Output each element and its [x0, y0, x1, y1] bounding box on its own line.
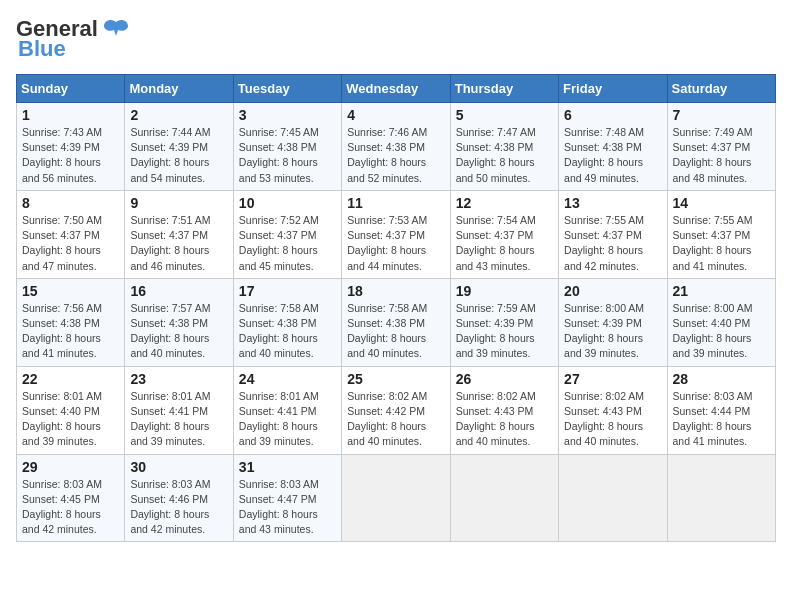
calendar-cell: 22 Sunrise: 8:01 AM Sunset: 4:40 PM Dayl… — [17, 366, 125, 454]
day-number: 3 — [239, 107, 336, 123]
calendar-cell: 15 Sunrise: 7:56 AM Sunset: 4:38 PM Dayl… — [17, 278, 125, 366]
calendar-cell: 2 Sunrise: 7:44 AM Sunset: 4:39 PM Dayli… — [125, 103, 233, 191]
calendar-cell: 17 Sunrise: 7:58 AM Sunset: 4:38 PM Dayl… — [233, 278, 341, 366]
calendar-cell: 23 Sunrise: 8:01 AM Sunset: 4:41 PM Dayl… — [125, 366, 233, 454]
day-number: 7 — [673, 107, 770, 123]
calendar-cell: 27 Sunrise: 8:02 AM Sunset: 4:43 PM Dayl… — [559, 366, 667, 454]
column-header-saturday: Saturday — [667, 75, 775, 103]
day-number: 18 — [347, 283, 444, 299]
day-number: 30 — [130, 459, 227, 475]
calendar-cell: 9 Sunrise: 7:51 AM Sunset: 4:37 PM Dayli… — [125, 190, 233, 278]
calendar-cell: 29 Sunrise: 8:03 AM Sunset: 4:45 PM Dayl… — [17, 454, 125, 542]
day-number: 26 — [456, 371, 553, 387]
day-number: 13 — [564, 195, 661, 211]
day-number: 23 — [130, 371, 227, 387]
calendar-cell: 20 Sunrise: 8:00 AM Sunset: 4:39 PM Dayl… — [559, 278, 667, 366]
day-number: 2 — [130, 107, 227, 123]
day-info: Sunrise: 7:50 AM Sunset: 4:37 PM Dayligh… — [22, 213, 119, 274]
day-info: Sunrise: 7:58 AM Sunset: 4:38 PM Dayligh… — [347, 301, 444, 362]
day-info: Sunrise: 8:03 AM Sunset: 4:46 PM Dayligh… — [130, 477, 227, 538]
calendar-cell: 1 Sunrise: 7:43 AM Sunset: 4:39 PM Dayli… — [17, 103, 125, 191]
day-number: 15 — [22, 283, 119, 299]
day-number: 29 — [22, 459, 119, 475]
day-number: 11 — [347, 195, 444, 211]
calendar-cell — [342, 454, 450, 542]
day-info: Sunrise: 8:02 AM Sunset: 4:43 PM Dayligh… — [564, 389, 661, 450]
day-number: 10 — [239, 195, 336, 211]
day-number: 14 — [673, 195, 770, 211]
day-number: 9 — [130, 195, 227, 211]
calendar-table: SundayMondayTuesdayWednesdayThursdayFrid… — [16, 74, 776, 542]
column-header-monday: Monday — [125, 75, 233, 103]
calendar-cell: 18 Sunrise: 7:58 AM Sunset: 4:38 PM Dayl… — [342, 278, 450, 366]
page-header: General Blue — [16, 16, 776, 62]
calendar-cell: 25 Sunrise: 8:02 AM Sunset: 4:42 PM Dayl… — [342, 366, 450, 454]
day-info: Sunrise: 7:43 AM Sunset: 4:39 PM Dayligh… — [22, 125, 119, 186]
calendar-cell: 4 Sunrise: 7:46 AM Sunset: 4:38 PM Dayli… — [342, 103, 450, 191]
calendar-cell: 31 Sunrise: 8:03 AM Sunset: 4:47 PM Dayl… — [233, 454, 341, 542]
day-info: Sunrise: 7:52 AM Sunset: 4:37 PM Dayligh… — [239, 213, 336, 274]
day-number: 4 — [347, 107, 444, 123]
day-info: Sunrise: 7:45 AM Sunset: 4:38 PM Dayligh… — [239, 125, 336, 186]
day-number: 19 — [456, 283, 553, 299]
day-info: Sunrise: 7:55 AM Sunset: 4:37 PM Dayligh… — [564, 213, 661, 274]
day-number: 8 — [22, 195, 119, 211]
day-info: Sunrise: 7:46 AM Sunset: 4:38 PM Dayligh… — [347, 125, 444, 186]
logo: General Blue — [16, 16, 130, 62]
day-number: 24 — [239, 371, 336, 387]
day-info: Sunrise: 7:44 AM Sunset: 4:39 PM Dayligh… — [130, 125, 227, 186]
day-number: 21 — [673, 283, 770, 299]
calendar-cell: 3 Sunrise: 7:45 AM Sunset: 4:38 PM Dayli… — [233, 103, 341, 191]
day-info: Sunrise: 7:56 AM Sunset: 4:38 PM Dayligh… — [22, 301, 119, 362]
calendar-cell — [559, 454, 667, 542]
day-info: Sunrise: 7:54 AM Sunset: 4:37 PM Dayligh… — [456, 213, 553, 274]
day-number: 1 — [22, 107, 119, 123]
calendar-cell: 14 Sunrise: 7:55 AM Sunset: 4:37 PM Dayl… — [667, 190, 775, 278]
calendar-cell: 5 Sunrise: 7:47 AM Sunset: 4:38 PM Dayli… — [450, 103, 558, 191]
day-info: Sunrise: 8:01 AM Sunset: 4:40 PM Dayligh… — [22, 389, 119, 450]
day-info: Sunrise: 8:01 AM Sunset: 4:41 PM Dayligh… — [239, 389, 336, 450]
calendar-cell: 16 Sunrise: 7:57 AM Sunset: 4:38 PM Dayl… — [125, 278, 233, 366]
day-info: Sunrise: 8:00 AM Sunset: 4:39 PM Dayligh… — [564, 301, 661, 362]
day-info: Sunrise: 7:55 AM Sunset: 4:37 PM Dayligh… — [673, 213, 770, 274]
day-info: Sunrise: 7:48 AM Sunset: 4:38 PM Dayligh… — [564, 125, 661, 186]
calendar-cell: 19 Sunrise: 7:59 AM Sunset: 4:39 PM Dayl… — [450, 278, 558, 366]
day-info: Sunrise: 7:58 AM Sunset: 4:38 PM Dayligh… — [239, 301, 336, 362]
day-info: Sunrise: 8:01 AM Sunset: 4:41 PM Dayligh… — [130, 389, 227, 450]
day-number: 27 — [564, 371, 661, 387]
calendar-cell: 28 Sunrise: 8:03 AM Sunset: 4:44 PM Dayl… — [667, 366, 775, 454]
day-number: 25 — [347, 371, 444, 387]
day-number: 28 — [673, 371, 770, 387]
day-number: 16 — [130, 283, 227, 299]
day-info: Sunrise: 7:49 AM Sunset: 4:37 PM Dayligh… — [673, 125, 770, 186]
day-info: Sunrise: 8:03 AM Sunset: 4:44 PM Dayligh… — [673, 389, 770, 450]
calendar-cell: 10 Sunrise: 7:52 AM Sunset: 4:37 PM Dayl… — [233, 190, 341, 278]
column-header-tuesday: Tuesday — [233, 75, 341, 103]
column-header-thursday: Thursday — [450, 75, 558, 103]
calendar-cell — [667, 454, 775, 542]
day-info: Sunrise: 7:53 AM Sunset: 4:37 PM Dayligh… — [347, 213, 444, 274]
column-header-friday: Friday — [559, 75, 667, 103]
day-info: Sunrise: 8:02 AM Sunset: 4:43 PM Dayligh… — [456, 389, 553, 450]
day-info: Sunrise: 7:59 AM Sunset: 4:39 PM Dayligh… — [456, 301, 553, 362]
column-header-wednesday: Wednesday — [342, 75, 450, 103]
column-header-sunday: Sunday — [17, 75, 125, 103]
calendar-cell: 26 Sunrise: 8:02 AM Sunset: 4:43 PM Dayl… — [450, 366, 558, 454]
logo-bird-icon — [102, 18, 130, 40]
calendar-cell: 7 Sunrise: 7:49 AM Sunset: 4:37 PM Dayli… — [667, 103, 775, 191]
calendar-cell: 30 Sunrise: 8:03 AM Sunset: 4:46 PM Dayl… — [125, 454, 233, 542]
calendar-cell: 12 Sunrise: 7:54 AM Sunset: 4:37 PM Dayl… — [450, 190, 558, 278]
day-number: 5 — [456, 107, 553, 123]
day-info: Sunrise: 8:03 AM Sunset: 4:47 PM Dayligh… — [239, 477, 336, 538]
day-info: Sunrise: 8:03 AM Sunset: 4:45 PM Dayligh… — [22, 477, 119, 538]
day-number: 6 — [564, 107, 661, 123]
calendar-cell: 24 Sunrise: 8:01 AM Sunset: 4:41 PM Dayl… — [233, 366, 341, 454]
day-info: Sunrise: 8:00 AM Sunset: 4:40 PM Dayligh… — [673, 301, 770, 362]
day-info: Sunrise: 8:02 AM Sunset: 4:42 PM Dayligh… — [347, 389, 444, 450]
day-number: 17 — [239, 283, 336, 299]
logo-text-blue: Blue — [18, 36, 66, 62]
day-info: Sunrise: 7:47 AM Sunset: 4:38 PM Dayligh… — [456, 125, 553, 186]
day-number: 31 — [239, 459, 336, 475]
calendar-cell: 6 Sunrise: 7:48 AM Sunset: 4:38 PM Dayli… — [559, 103, 667, 191]
calendar-cell: 13 Sunrise: 7:55 AM Sunset: 4:37 PM Dayl… — [559, 190, 667, 278]
